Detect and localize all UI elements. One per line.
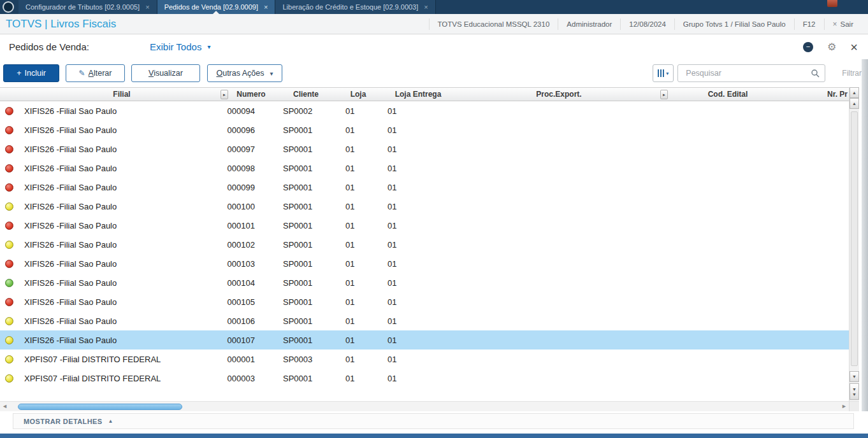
header-meta: TOTVS Educacional MSSQL 2310 Administrad… bbox=[429, 14, 862, 34]
cell-loja: 01 bbox=[334, 259, 382, 269]
cell-loja-entrega: 01 bbox=[382, 164, 454, 173]
cell-cliente: SP0001 bbox=[278, 125, 334, 135]
column-header-loja[interactable]: Loja bbox=[334, 88, 382, 101]
details-panel-bar: MOSTRAR DETALHES ▲ bbox=[13, 413, 854, 429]
tab-close-icon[interactable]: × bbox=[424, 3, 428, 11]
vertical-scrollbar-thumb[interactable] bbox=[851, 111, 858, 366]
mostrar-detalhes-button[interactable]: MOSTRAR DETALHES ▲ bbox=[24, 418, 113, 425]
cell-filial: XIFIS26 -Filial Sao Paulo bbox=[19, 240, 224, 250]
f12-button[interactable]: F12 bbox=[794, 18, 824, 30]
column-header-nr-pr[interactable]: Nr. Pr bbox=[792, 88, 849, 101]
gear-icon[interactable]: ⚙ bbox=[827, 41, 836, 53]
horizontal-scrollbar-thumb[interactable] bbox=[18, 404, 182, 410]
filtrar-button[interactable]: Filtrar bbox=[842, 69, 862, 78]
cell-cliente: SP0001 bbox=[278, 336, 334, 345]
search-input[interactable] bbox=[684, 68, 811, 78]
cell-loja: 01 bbox=[334, 336, 382, 345]
cell-loja-entrega: 01 bbox=[382, 355, 454, 364]
minimize-icon[interactable]: − bbox=[803, 42, 813, 52]
table-row[interactable]: XIFIS26 -Filial Sao Paulo 000103 SP0001 … bbox=[0, 254, 849, 273]
column-chooser-button[interactable]: ▾ bbox=[653, 64, 674, 82]
title-bar: Pedidos de Venda: Exibir Todos ▾ − ⚙ × bbox=[0, 34, 868, 59]
scroll-page-down-icon[interactable]: ▼▼ bbox=[850, 383, 859, 400]
tab-close-icon[interactable]: × bbox=[145, 3, 149, 11]
cell-loja: 01 bbox=[334, 106, 382, 116]
window-scrollbar[interactable] bbox=[862, 59, 868, 411]
column-header-proc-export[interactable]: Proc.Export. ► bbox=[454, 88, 664, 101]
column-header-cod-edital[interactable]: Cod. Edital bbox=[664, 88, 792, 101]
tab-liberacao-credito[interactable]: Liberação de Crédito e Estoque [02.9.000… bbox=[275, 0, 435, 14]
cell-loja: 01 bbox=[334, 202, 382, 211]
branch-label[interactable]: Grupo Totvs 1 / Filial Sao Paulo bbox=[674, 18, 794, 30]
table-row[interactable]: XIFIS26 -Filial Sao Paulo 000105 SP0001 … bbox=[0, 292, 849, 311]
table-row[interactable]: XPFIS07 -Filial DISTRITO FEDERAL 000003 … bbox=[0, 369, 849, 388]
table-row[interactable]: XIFIS26 -Filial Sao Paulo 000101 SP0001 … bbox=[0, 216, 849, 235]
status-icon bbox=[5, 260, 13, 268]
outras-acoes-button[interactable]: Outras Ações ▾ bbox=[207, 64, 282, 82]
scroll-down-icon[interactable]: ▼ bbox=[850, 371, 859, 382]
visualizar-button[interactable]: Visualizar bbox=[131, 64, 200, 82]
alterar-button[interactable]: ✎ Alterar bbox=[66, 64, 125, 82]
incluir-button[interactable]: + Incluir bbox=[3, 64, 59, 82]
cell-filial: XIFIS26 -Filial Sao Paulo bbox=[19, 183, 224, 192]
scroll-right-icon[interactable]: ► bbox=[841, 403, 847, 409]
column-header-filial[interactable]: Filial ► bbox=[19, 88, 224, 101]
table-row[interactable]: XIFIS26 -Filial Sao Paulo 000099 SP0001 … bbox=[0, 178, 849, 197]
cell-loja: 01 bbox=[334, 355, 382, 364]
tab-close-icon[interactable]: × bbox=[264, 3, 268, 11]
table-row[interactable]: XIFIS26 -Filial Sao Paulo 000096 SP0001 … bbox=[0, 120, 849, 139]
scroll-up-icon[interactable]: ▲ bbox=[850, 87, 859, 98]
cell-numero: 000103 bbox=[224, 259, 278, 269]
status-icon bbox=[5, 355, 13, 364]
user-label: Administrador bbox=[558, 18, 620, 30]
environment-label: TOTVS Educacional MSSQL 2310 bbox=[429, 18, 558, 30]
table-row[interactable]: XIFIS26 -Filial Sao Paulo 000098 SP0001 … bbox=[0, 159, 849, 178]
cell-numero: 000099 bbox=[224, 183, 278, 192]
scroll-left-icon[interactable]: ◄ bbox=[2, 403, 8, 409]
cell-cliente: SP0001 bbox=[278, 278, 334, 288]
cell-numero: 000105 bbox=[224, 297, 278, 307]
column-header-cliente[interactable]: Cliente bbox=[278, 88, 334, 101]
exit-button[interactable]: × Sair bbox=[824, 18, 862, 30]
tab-configurador-tributos[interactable]: Configurador de Tributos [02.9.0005] × bbox=[18, 0, 157, 14]
cell-filial: XPFIS07 -Filial DISTRITO FEDERAL bbox=[19, 374, 224, 383]
tab-pedidos-de-venda[interactable]: Pedidos de Venda [02.9.0009] × bbox=[157, 0, 276, 14]
cell-loja-entrega: 01 bbox=[382, 125, 454, 135]
orders-table: Filial ► Numero Cliente Loja Loja Entreg… bbox=[0, 87, 849, 388]
cell-loja: 01 bbox=[334, 297, 382, 307]
table-row[interactable]: XIFIS26 -Filial Sao Paulo 000106 SP0001 … bbox=[0, 311, 849, 330]
view-selector-dropdown[interactable]: Exibir Todos ▾ bbox=[150, 41, 210, 52]
table-row[interactable]: XIFIS26 -Filial Sao Paulo 000100 SP0001 … bbox=[0, 197, 849, 216]
cell-numero: 000104 bbox=[224, 278, 278, 288]
cell-filial: XIFIS26 -Filial Sao Paulo bbox=[19, 202, 224, 211]
cell-loja: 01 bbox=[334, 221, 382, 230]
column-header-numero[interactable]: Numero bbox=[224, 88, 278, 101]
notification-icon[interactable] bbox=[827, 0, 837, 7]
vertical-scrollbar[interactable]: ▲ ▲ ▼ ▼▼ bbox=[849, 87, 859, 401]
column-expand-icon[interactable]: ► bbox=[660, 90, 668, 99]
horizontal-scrollbar[interactable]: ◄ ► bbox=[0, 401, 849, 411]
status-icon bbox=[5, 298, 13, 306]
table-header: Filial ► Numero Cliente Loja Loja Entreg… bbox=[0, 87, 849, 101]
table-row[interactable]: XIFIS26 -Filial Sao Paulo 000104 SP0001 … bbox=[0, 273, 849, 292]
column-header-loja-entrega[interactable]: Loja Entrega bbox=[382, 88, 454, 101]
scroll-up-icon[interactable]: ▲ bbox=[850, 98, 859, 109]
table-row[interactable]: XIFIS26 -Filial Sao Paulo 000094 SP0002 … bbox=[0, 101, 849, 120]
status-icon bbox=[5, 126, 13, 134]
column-expand-icon[interactable]: ► bbox=[221, 90, 228, 99]
status-icon bbox=[5, 164, 13, 173]
search-icon[interactable] bbox=[811, 69, 820, 78]
search-box[interactable] bbox=[677, 64, 825, 82]
table-row[interactable]: XPFIS07 -Filial DISTRITO FEDERAL 000001 … bbox=[0, 350, 849, 369]
status-icon bbox=[5, 222, 13, 230]
cell-loja: 01 bbox=[334, 164, 382, 173]
close-icon[interactable]: × bbox=[850, 41, 858, 53]
cell-loja-entrega: 01 bbox=[382, 106, 454, 116]
status-icon bbox=[5, 145, 13, 153]
table-row[interactable]: XIFIS26 -Filial Sao Paulo 000097 SP0001 … bbox=[0, 139, 849, 159]
table-row[interactable]: XIFIS26 -Filial Sao Paulo 000102 SP0001 … bbox=[0, 235, 849, 254]
cell-loja-entrega: 01 bbox=[382, 240, 454, 250]
cell-filial: XIFIS26 -Filial Sao Paulo bbox=[19, 221, 224, 230]
table-row[interactable]: XIFIS26 -Filial Sao Paulo 000107 SP0001 … bbox=[0, 330, 849, 350]
cell-numero: 000001 bbox=[224, 355, 278, 364]
